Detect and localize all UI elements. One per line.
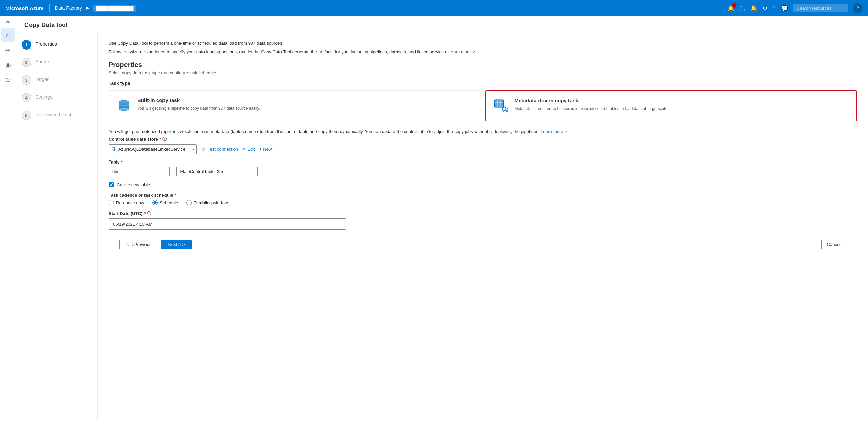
tumbling-option[interactable]: Tumbling window bbox=[186, 200, 228, 205]
feedback-icon[interactable]: 💬 bbox=[781, 5, 788, 12]
prev-arrow-icon: < bbox=[127, 242, 129, 247]
wizard-step-3: 3 Target bbox=[22, 75, 92, 85]
breadcrumb-arrow: ▶ bbox=[86, 6, 89, 11]
two-panel-layout: 1 Properties 2 Source 3 Target 4 Setting… bbox=[16, 32, 868, 421]
control-table-required: * bbox=[159, 137, 161, 142]
edit-link[interactable]: ✏ Edit bbox=[242, 147, 255, 152]
table-separator: . bbox=[172, 169, 174, 175]
step-3-label: Target bbox=[35, 75, 49, 82]
page-content: Copy Data tool 1 Properties 2 Source 3 T… bbox=[16, 16, 868, 421]
step-5-label: Review and finish bbox=[35, 111, 73, 117]
settings-icon[interactable]: ⚙ bbox=[763, 5, 767, 12]
step-1-label: Properties bbox=[35, 40, 57, 47]
step-4-label: Settings bbox=[35, 93, 53, 100]
tumbling-label: Tumbling window bbox=[194, 200, 228, 205]
run-once-radio[interactable] bbox=[109, 200, 114, 205]
metadata-card-desc: Metadata is required to be stored in ext… bbox=[515, 106, 669, 112]
schedule-option[interactable]: Schedule bbox=[152, 200, 178, 205]
builtin-icon bbox=[116, 97, 132, 114]
start-date-required: * bbox=[144, 211, 146, 216]
builtin-task-card[interactable]: Built-in copy task You will get single p… bbox=[109, 90, 480, 121]
control-table-select[interactable]: AzureSQLDatabaseLinkedService bbox=[109, 144, 197, 154]
alerts-icon[interactable]: 🔔 bbox=[750, 5, 757, 12]
control-table-select-wrapper: 🗄 AzureSQLDatabaseLinkedService ▾ bbox=[109, 144, 197, 154]
user-avatar[interactable]: A bbox=[853, 3, 863, 13]
step-3-circle: 3 bbox=[22, 75, 31, 85]
previous-button[interactable]: < < Previous bbox=[119, 240, 158, 249]
tumbling-radio[interactable] bbox=[186, 200, 192, 205]
instance-label: ████████████ bbox=[93, 5, 136, 12]
create-table-checkbox[interactable] bbox=[109, 182, 114, 187]
test-connection-link[interactable]: ⚡ Test connection bbox=[201, 147, 238, 152]
create-table-label: Create new table bbox=[117, 182, 150, 187]
page-title: Copy Data tool bbox=[24, 22, 67, 28]
builtin-card-content: Built-in copy task You will get single p… bbox=[137, 97, 260, 111]
next-arrow-icon: > bbox=[182, 242, 185, 247]
cancel-button[interactable]: Cancel bbox=[821, 240, 846, 249]
wizard-step-4: 4 Settings bbox=[22, 93, 92, 102]
schedule-label: Schedule bbox=[160, 200, 178, 205]
sidebar-monitor-btn[interactable]: ◉ bbox=[1, 58, 15, 72]
task-type-row: Built-in copy task You will get single p… bbox=[109, 90, 857, 121]
service-label: Data Factory bbox=[55, 5, 82, 11]
metadata-card-content: Metadata-driven copy task Metadata is re… bbox=[515, 98, 669, 112]
sidebar-manage-btn[interactable]: 🗂 bbox=[1, 73, 15, 87]
wizard-step-1: 1 Properties bbox=[22, 40, 92, 50]
brand-label: Microsoft Azure bbox=[5, 5, 44, 11]
edit-icon: ✏ bbox=[242, 147, 246, 152]
wizard-step-2: 2 Source bbox=[22, 58, 92, 67]
create-new-table-row: Create new table bbox=[109, 182, 857, 187]
run-once-label: Run once now bbox=[116, 200, 144, 205]
section-title: Properties bbox=[109, 61, 857, 69]
learn-more-link-2[interactable]: Learn more ↗ bbox=[541, 129, 567, 134]
new-link[interactable]: + New bbox=[259, 147, 272, 152]
collapse-icon[interactable]: ≫ bbox=[5, 19, 11, 24]
topbar-divider bbox=[49, 4, 50, 12]
task-type-label: Task type bbox=[109, 81, 857, 86]
table-name-input[interactable] bbox=[176, 167, 258, 176]
builtin-card-title: Built-in copy task bbox=[137, 97, 260, 103]
step-5-circle: 5 bbox=[22, 111, 31, 120]
control-table-label: Control table data store * ⓘ bbox=[109, 136, 857, 142]
sidebar-edit-btn[interactable]: ✏ bbox=[1, 43, 15, 57]
svg-point-4 bbox=[119, 107, 129, 111]
intro-line1: Use Copy Data Tool to perform a one-time… bbox=[109, 40, 857, 47]
next-button[interactable]: Next > > bbox=[161, 240, 192, 249]
db-icon: 🗄 bbox=[111, 147, 116, 152]
step-1-circle: 1 bbox=[22, 40, 31, 50]
page-header: Copy Data tool bbox=[16, 16, 868, 32]
control-table-dropdown-row: 🗄 AzureSQLDatabaseLinkedService ▾ ⚡ Test… bbox=[109, 144, 857, 154]
learn-more-link-1[interactable]: Learn more ↗ bbox=[448, 49, 475, 54]
table-inputs-row: . bbox=[109, 167, 857, 176]
cadence-radio-group: Run once now Schedule Tumbling window bbox=[109, 200, 857, 205]
left-sidebar: ≫ ⌂ ✏ ◉ 🗂 bbox=[0, 16, 16, 421]
notification-icon[interactable]: 🔔 1 bbox=[728, 5, 734, 12]
step-2-label: Source bbox=[35, 58, 50, 64]
schedule-radio[interactable] bbox=[152, 200, 158, 205]
start-date-info-icon[interactable]: ⓘ bbox=[147, 211, 151, 216]
table-schema-input[interactable] bbox=[109, 167, 170, 176]
param-description: You will get parameterized pipelines whi… bbox=[109, 128, 857, 135]
control-table-info-icon[interactable]: ⓘ bbox=[162, 136, 167, 142]
svg-rect-6 bbox=[495, 100, 503, 107]
wizard-panel: 1 Properties 2 Source 3 Target 4 Setting… bbox=[16, 32, 98, 421]
metadata-task-card[interactable]: Metadata-driven copy task Metadata is re… bbox=[485, 90, 857, 121]
step-4-circle: 4 bbox=[22, 93, 31, 102]
start-date-input[interactable] bbox=[109, 218, 346, 230]
table-required: * bbox=[121, 159, 123, 165]
cadence-required: * bbox=[175, 193, 176, 198]
table-field-label: Table * bbox=[109, 159, 857, 165]
control-table-row: Control table data store * ⓘ 🗄 AzureSQLD… bbox=[109, 136, 857, 154]
cloud-shell-icon[interactable]: ⬚ bbox=[740, 5, 745, 12]
start-date-label: Start Date (UTC) * ⓘ bbox=[109, 211, 857, 216]
sidebar-home-btn[interactable]: ⌂ bbox=[1, 28, 15, 42]
main-container: Copy Data tool 1 Properties 2 Source 3 T… bbox=[16, 16, 868, 421]
plus-icon: + bbox=[259, 147, 262, 152]
metadata-icon bbox=[493, 98, 509, 114]
cadence-label: Task cadence or task schedule * bbox=[109, 193, 857, 198]
cadence-row: Task cadence or task schedule * Run once… bbox=[109, 193, 857, 205]
form-panel: Use Copy Data Tool to perform a one-time… bbox=[98, 32, 868, 421]
help-icon[interactable]: ? bbox=[773, 5, 776, 11]
run-once-option[interactable]: Run once now bbox=[109, 200, 144, 205]
global-search-input[interactable] bbox=[793, 4, 848, 12]
